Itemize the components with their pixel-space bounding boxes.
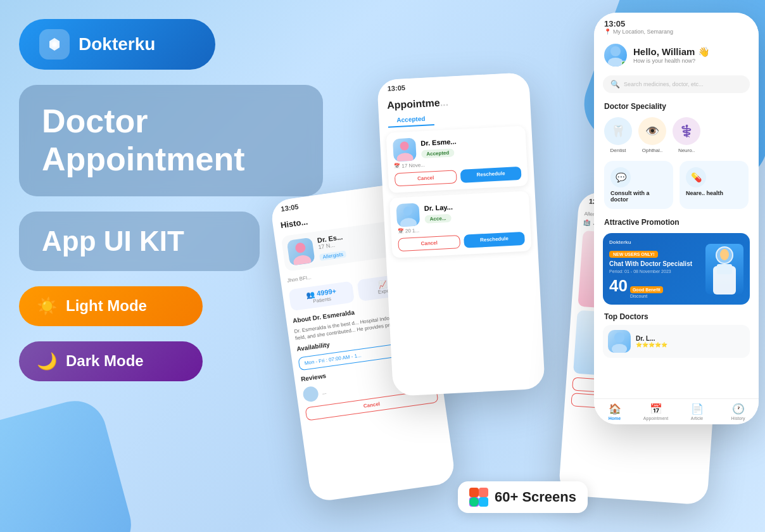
ph4-time: 13:05 [604,19,749,28]
spec-item-dentist[interactable]: 🦷 Dentist [604,117,632,153]
promo-period: Period: 01 - 08 November 2023 [609,269,705,274]
phone-main: 13:05 📍 My Location, Semarang Hello, Wil… [594,13,759,424]
promo-discount-num: 40 [609,276,628,296]
ph4-feature-cards: 💬 Consult with a doctor 💊 Neare.. health [594,157,759,213]
nav-home[interactable]: 🏠 Home [594,403,635,421]
spec-label-ophthal: Ophthal.. [642,148,662,153]
nearby-icon: 💊 [686,167,706,187]
headline-text: Doctor Appointment [42,103,300,179]
figma-badge: 60+ Screens [458,481,588,513]
ph4-top-doctors-title: Top Doctors [594,308,759,322]
svg-rect-24 [479,497,488,507]
ph2-actions2: Cancel Reschedule [398,232,525,251]
feature-card-consult[interactable]: 💬 Consult with a doctor [604,161,673,209]
ph4-search-placeholder: Search medicines, doctor, etc... [624,81,704,87]
ph4-promo-banner[interactable]: Dokterku NEW USERS ONLY! Chat With Docto… [603,233,750,305]
svg-point-25 [469,497,479,507]
subheadline-box: App UI KIT [19,212,260,271]
calendar-icon: 📅 [650,403,662,415]
ph4-promo-title: Attractive Promotion [594,213,759,229]
ph4-spec-grid: 🦷 Dentist 👁️ Ophthal.. ⚕️ Neuro.. [594,113,759,157]
dentist-icon-circle: 🦷 [604,117,632,145]
logo-icon [39,29,70,60]
ph2-cancel-btn1[interactable]: Cancel [395,170,457,186]
nearby-title: Neare.. health [686,190,742,196]
nav-history-label: History [731,416,745,421]
spec-label-dentist: Dentist [610,148,626,153]
ph4-avatar [604,44,627,66]
nav-article[interactable]: 📄 Article [676,403,718,421]
ph4-header: 13:05 📍 My Location, Semarang [594,13,759,39]
figma-screens-text: 60+ Screens [495,489,576,505]
home-icon: 🏠 [609,403,621,415]
svg-point-17 [720,249,729,260]
svg-rect-21 [469,488,479,497]
promo-doctor-image [705,244,743,294]
ph2-status2: Acce... [424,214,451,224]
ph4-td-spec: ⭐⭐⭐⭐⭐ [636,342,667,348]
ph2-actions1: Cancel Reschedule [395,167,522,186]
nav-article-label: Article [691,416,703,421]
spec-item-neuro[interactable]: ⚕️ Neuro.. [673,117,700,153]
light-mode-button[interactable]: ☀️ Light Mode [19,286,203,326]
ph2-accept-btn1[interactable]: Reschedule [460,167,522,183]
ph1-specialty-tag: Allergists [319,250,347,261]
ph2-doc2-avatar [396,203,420,227]
ph4-td-avatar [608,330,631,353]
promo-off-badge: Good Benefit [630,286,663,293]
headline-box: Doctor Appointment [19,85,323,196]
feature-card-nearby[interactable]: 💊 Neare.. health [680,161,749,209]
article-icon: 📄 [691,403,704,415]
spec-label-neuro: Neuro.. [678,148,695,153]
light-mode-label: Light Mode [66,297,147,315]
ph2-card1: Dr. Esme... Accepted 📅 17 Nove... Cancel… [386,125,528,193]
ph2-card2: Dr. Lay... Acce... 📅 20 1... Cancel Resc… [389,191,532,258]
ph2-accept-btn2[interactable]: Reschedule [464,232,525,248]
promo-new-badge: NEW USERS ONLY! [609,251,658,258]
ph4-spec-title: Doctor Speciality [594,97,759,113]
promo-discount-row: 40 Good Benefit Discount [609,276,705,298]
ph2-card1-header: Dr. Esme... Accepted [393,132,521,162]
ph2-cancel-btn2[interactable]: Cancel [398,235,460,251]
spec-item-ophthal[interactable]: 👁️ Ophthal.. [638,117,666,153]
history-icon: 🕐 [732,403,745,415]
nav-appointment[interactable]: 📅 Appointment [635,403,676,421]
svg-rect-18 [717,264,732,274]
ph4-td-name: Dr. L... [636,335,667,342]
promo-off-text: Discount [630,294,663,298]
dark-mode-button[interactable]: 🌙 Dark Mode [19,341,203,381]
ph2-card2-info: Dr. Lay... Acce... [424,203,453,224]
ph4-online-dot [621,61,626,66]
ph4-greeting-row: Hello, William 👋 How is your health now? [594,39,759,72]
ph2-card1-info: Dr. Esme... Accepted [420,137,457,158]
app-name: Dokterku [79,34,155,54]
moon-icon: 🌙 [37,352,57,371]
ph4-hello-sub: How is your health now? [633,58,710,64]
svg-point-3 [400,141,409,151]
nav-history[interactable]: 🕐 History [718,403,759,421]
ph4-bottom-nav: 🏠 Home 📅 Appointment 📄 Article 🕐 History [594,398,759,424]
ph2-doc1-avatar [393,138,417,162]
location-pin-icon: 📍 [604,28,611,35]
nav-home-label: Home [609,416,621,421]
figma-icon [469,488,488,507]
ophthal-icon-circle: 👁️ [638,117,666,145]
ph2-card2-header: Dr. Lay... Acce... [396,198,524,227]
ph2-tab-accepted[interactable]: Accepted [388,112,434,128]
svg-point-4 [396,153,414,162]
phones-container: 13:05 Histo... Dr. Es... 17 N... Allergi… [258,0,765,532]
logo-button[interactable]: Dokterku [19,19,215,70]
dark-mode-label: Dark Mode [66,352,144,370]
left-panel: Dokterku Doctor Appointment App UI KIT ☀… [19,19,323,381]
promo-content-left: Dokterku NEW USERS ONLY! Chat With Docto… [609,239,705,298]
nav-appt-label: Appointment [643,416,668,421]
ph2-status1: Accepted [421,148,455,158]
phone-appointment: 13:05 Appointme... Accepted Dr. Esme... … [377,72,545,396]
ph2-doc1-name: Dr. Esme... [420,137,457,147]
ph4-top-doctor-card[interactable]: Dr. L... ⭐⭐⭐⭐⭐ [603,325,750,358]
svg-point-0 [53,42,56,46]
ph4-search-bar[interactable]: 🔍 Search medicines, doctor, etc... [603,75,750,93]
svg-point-6 [400,218,417,227]
svg-point-20 [612,344,627,353]
exp-icon: 📈 [377,280,388,289]
